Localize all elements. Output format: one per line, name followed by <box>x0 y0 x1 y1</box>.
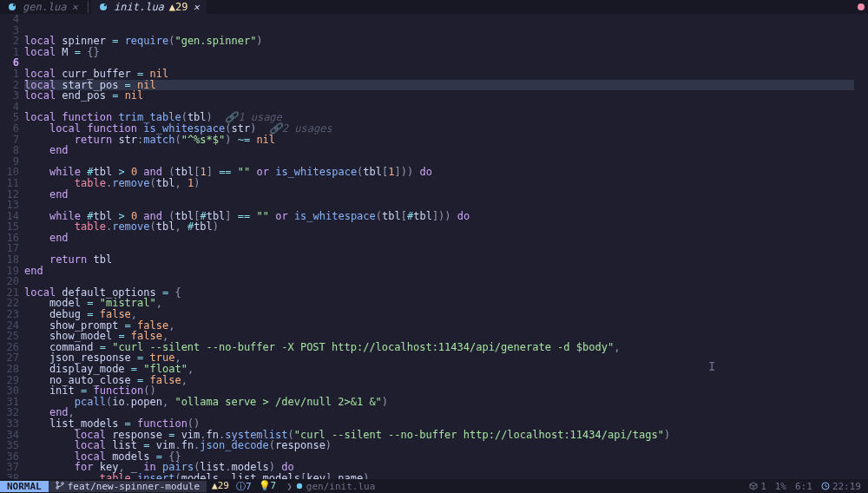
svg-point-6 <box>62 482 63 483</box>
code-line[interactable]: local end_pos = nil <box>24 90 854 102</box>
code-line[interactable]: return str:match("^%s*$") ~= nil <box>24 135 854 146</box>
tab-label: gen.lua <box>23 1 67 13</box>
svg-point-4 <box>56 481 58 483</box>
branch-icon <box>56 481 64 492</box>
close-icon[interactable]: ✕ <box>72 1 78 13</box>
tab-init-lua[interactable]: init.lua ▲29 ✕ <box>91 0 207 14</box>
code-line[interactable]: local M = {} <box>24 47 854 58</box>
text-cursor-icon: I <box>708 361 715 372</box>
code-line[interactable]: table.insert(models, list.models[key].na… <box>24 473 854 479</box>
scroll-percent: 1% <box>775 481 786 492</box>
code-line[interactable]: model = "mistral", <box>24 298 854 309</box>
code-line[interactable]: return tbl <box>24 254 854 266</box>
status-bar: NORMAL feat/new-spinner-module ▲29 ⓘ7 💡7… <box>0 479 868 493</box>
close-icon[interactable]: ✕ <box>194 1 200 13</box>
warning-badge: ▲29 <box>169 1 188 13</box>
diag-warning: ▲29 <box>212 480 229 493</box>
status-right: 1 1% 6:1 22:19 <box>742 481 868 492</box>
code-line[interactable]: local start_pos = nil <box>24 80 854 91</box>
git-branch[interactable]: feat/new-spinner-module <box>49 481 207 492</box>
scrollbar[interactable] <box>854 14 868 479</box>
window-close-dot[interactable] <box>858 3 865 10</box>
code-line[interactable]: table.remove(tbl, #tbl) <box>24 221 854 233</box>
code-line[interactable]: table.remove(tbl, 1) <box>24 178 854 189</box>
chevron-right-icon: ❯ <box>286 481 293 492</box>
lua-icon <box>296 481 303 492</box>
code-line[interactable]: end <box>24 233 854 244</box>
code-line[interactable] <box>24 243 854 254</box>
code-line[interactable]: end <box>24 145 854 156</box>
diag-hint: 💡7 <box>259 480 277 493</box>
mode-indicator: NORMAL <box>0 481 49 492</box>
code-area[interactable]: local spinner = require("gen.spinner")lo… <box>24 14 854 479</box>
line-number-gutter: 4321612345678910111213141516171819202122… <box>0 14 24 479</box>
clock: 22:19 <box>821 481 861 492</box>
tab-bar: gen.lua ✕ │ init.lua ▲29 ✕ <box>0 0 868 14</box>
svg-point-1 <box>13 4 15 6</box>
file-path[interactable]: ❯ gen/init.lua <box>281 481 380 492</box>
tab-gen-lua[interactable]: gen.lua ✕ <box>0 0 85 14</box>
code-line[interactable]: local spinner = require("gen.spinner") <box>24 36 854 47</box>
tab-label: init.lua <box>114 1 164 13</box>
cursor-position: 6:1 <box>795 481 812 492</box>
diagnostics[interactable]: ▲29 ⓘ7 💡7 <box>207 480 281 493</box>
diag-info: ⓘ7 <box>236 480 252 493</box>
lua-icon <box>98 2 108 12</box>
svg-point-3 <box>104 4 106 6</box>
lua-icon <box>7 2 17 12</box>
svg-point-7 <box>297 483 302 488</box>
editor[interactable]: 4321612345678910111213141516171819202122… <box>0 14 868 479</box>
code-line[interactable]: end <box>24 189 854 200</box>
code-line[interactable]: end <box>24 266 854 277</box>
code-line[interactable]: pcall(io.popen, "ollama serve > /dev/nul… <box>24 397 854 408</box>
lsp-count: 1 <box>749 481 766 492</box>
